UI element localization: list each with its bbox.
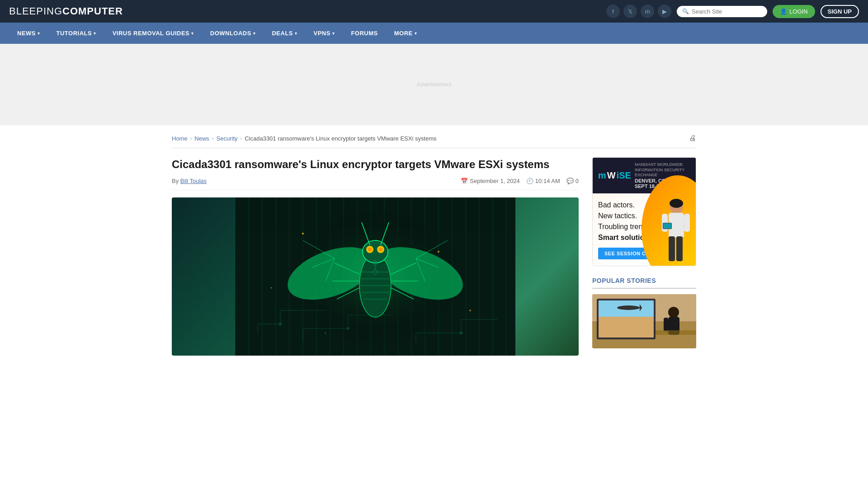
breadcrumb-sep-1: ›	[190, 136, 192, 141]
login-button[interactable]: 👤 LOGIN	[773, 5, 815, 18]
svg-rect-74	[599, 317, 654, 338]
svg-rect-81	[664, 318, 668, 331]
article-author[interactable]: Bill Toulas	[180, 178, 207, 184]
breadcrumb-sep-3: ›	[241, 136, 242, 141]
nav-virus-removal[interactable]: VIRUS REMOVAL GUIDES ▾	[104, 23, 202, 44]
nav-downloads[interactable]: DOWNLOADS ▾	[202, 23, 264, 44]
article-comments[interactable]: 💬 0	[566, 178, 579, 184]
ad-logo-wise: W	[607, 170, 616, 181]
chevron-down-icon: ▾	[415, 31, 417, 36]
main-content: Home › News › Security › Cicada3301 rans…	[163, 125, 705, 365]
site-header: BLEEPINGCOMPUTER f 𝕏 m ▶ 🔍 👤 LOGIN SIGN …	[0, 0, 868, 23]
svg-rect-64	[669, 236, 675, 261]
ad-company-name: MANDIANT WORLDWIDEINFORMATION SECURITY E…	[635, 162, 690, 178]
article-author-line: By Bill Toulas	[172, 178, 207, 184]
top-ad-banner: Advertisement	[0, 44, 868, 125]
nav-vpns[interactable]: VPNS ▾	[306, 23, 343, 44]
article-image	[172, 197, 579, 356]
nav-more[interactable]: MORE ▾	[386, 23, 425, 44]
search-box[interactable]: 🔍	[677, 6, 767, 17]
breadcrumb-news[interactable]: News	[194, 135, 209, 142]
svg-point-22	[279, 323, 282, 325]
mastodon-icon[interactable]: m	[641, 5, 654, 18]
nav-deals[interactable]: DEALS ▾	[264, 23, 305, 44]
story-img-placeholder	[592, 294, 696, 348]
article-title: Cicada3301 ransomware's Linux encryptor …	[172, 157, 579, 171]
svg-rect-82	[656, 330, 696, 335]
svg-point-24	[460, 332, 462, 334]
ad-body: Bad actors. New tactics. Troubling trend…	[593, 193, 696, 266]
chevron-down-icon: ▾	[332, 31, 335, 36]
svg-point-40	[363, 240, 388, 263]
main-nav: NEWS ▾ TUTORIALS ▾ VIRUS REMOVAL GUIDES …	[0, 23, 868, 44]
svg-rect-69	[663, 223, 671, 229]
svg-point-56	[302, 233, 304, 235]
popular-stories-title: POPULAR STORIES	[592, 277, 696, 289]
popular-stories-section: POPULAR STORIES	[592, 277, 696, 348]
svg-point-57	[438, 251, 439, 253]
user-icon: 👤	[780, 8, 787, 15]
chevron-down-icon: ▾	[295, 31, 297, 36]
ad-person-illustration	[660, 198, 693, 266]
nav-tutorials[interactable]: TUTORIALS ▾	[48, 23, 104, 44]
logo-regular: BLEEPING	[9, 5, 62, 17]
print-icon[interactable]: 🖨	[689, 134, 696, 142]
svg-point-44	[379, 248, 382, 251]
calendar-icon: 📅	[461, 178, 468, 184]
logo-bold: COMPUTER	[62, 5, 123, 17]
ad-logo: m	[598, 170, 606, 181]
twitter-icon[interactable]: 𝕏	[623, 5, 637, 18]
svg-rect-67	[684, 214, 690, 232]
ad-logo-ise: iSE	[617, 170, 631, 181]
search-input[interactable]	[692, 8, 762, 15]
breadcrumb-current: Cicada3301 ransomware's Linux encryptor …	[245, 135, 436, 142]
svg-point-79	[668, 307, 679, 318]
breadcrumb-sep-2: ›	[212, 136, 214, 141]
nav-forums[interactable]: FORUMS	[343, 23, 386, 44]
article-sidebar: m W iSE MANDIANT WORLDWIDEINFORMATION SE…	[592, 157, 696, 356]
svg-point-62	[670, 199, 683, 208]
svg-rect-65	[676, 236, 683, 261]
header-right: f 𝕏 m ▶ 🔍 👤 LOGIN SIGN UP	[606, 5, 859, 18]
sidebar-ad: m W iSE MANDIANT WORLDWIDEINFORMATION SE…	[592, 157, 696, 266]
facebook-icon[interactable]: f	[606, 5, 620, 18]
svg-point-59	[469, 310, 471, 311]
article-hero-image	[172, 197, 579, 356]
svg-point-58	[271, 287, 272, 289]
search-icon: 🔍	[682, 8, 689, 14]
chevron-down-icon: ▾	[253, 31, 256, 36]
article-meta: By Bill Toulas 📅 September 1, 2024 🕙 10:…	[172, 178, 579, 190]
nav-news[interactable]: NEWS ▾	[9, 23, 48, 44]
social-icons: f 𝕏 m ▶	[606, 5, 671, 18]
site-logo[interactable]: BLEEPINGCOMPUTER	[9, 5, 123, 17]
youtube-icon[interactable]: ▶	[658, 5, 671, 18]
article-date: 📅 September 1, 2024	[461, 178, 520, 184]
svg-point-43	[368, 248, 372, 251]
chevron-down-icon: ▾	[38, 31, 40, 36]
article-meta-right: 📅 September 1, 2024 🕙 10:14 AM 💬 0	[461, 178, 579, 184]
popular-story-image[interactable]	[592, 294, 696, 348]
svg-point-60	[325, 333, 326, 334]
signup-button[interactable]: SIGN UP	[821, 5, 859, 18]
article-main: Cicada3301 ransomware's Linux encryptor …	[172, 157, 579, 356]
breadcrumb-home[interactable]: Home	[172, 135, 188, 142]
comment-icon: 💬	[566, 178, 574, 184]
clock-icon: 🕙	[526, 178, 533, 184]
breadcrumb: Home › News › Security › Cicada3301 rans…	[172, 134, 696, 148]
breadcrumb-security[interactable]: Security	[217, 135, 238, 142]
chevron-down-icon: ▾	[94, 31, 96, 36]
chevron-down-icon: ▾	[191, 31, 194, 36]
article-time: 🕙 10:14 AM	[526, 178, 560, 184]
article-layout: Cicada3301 ransomware's Linux encryptor …	[172, 157, 696, 356]
